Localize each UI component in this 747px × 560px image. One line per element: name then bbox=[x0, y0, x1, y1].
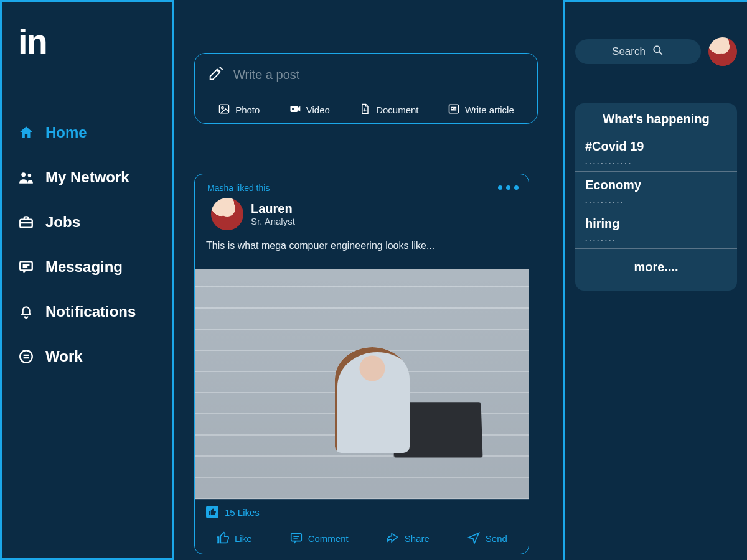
sidebar-item-label: My Network bbox=[45, 169, 129, 186]
svg-point-6 bbox=[222, 107, 223, 109]
feed: Photo Video Document Write article Masha… bbox=[174, 0, 563, 560]
trends-panel: What's happening #Covid 19 ............ … bbox=[575, 103, 737, 291]
post-header: Lauren Sr. Analyst bbox=[195, 198, 529, 236]
post-image[interactable] bbox=[195, 269, 529, 499]
label: Comment bbox=[308, 533, 349, 544]
document-icon bbox=[359, 103, 371, 117]
compose-input-row[interactable] bbox=[195, 54, 537, 96]
compose-document[interactable]: Document bbox=[359, 103, 418, 117]
compose-actions: Photo Video Document Write article bbox=[195, 96, 537, 123]
photo-icon bbox=[218, 103, 230, 117]
sidebar-nav: Home My Network Jobs Messaging Notificat bbox=[18, 124, 156, 365]
trend-sub: ........ bbox=[585, 231, 727, 243]
trend-sub: ............ bbox=[585, 154, 727, 166]
article-icon bbox=[448, 103, 460, 117]
label: Video bbox=[306, 105, 330, 115]
svg-rect-10 bbox=[449, 105, 458, 113]
post-actions: Like Comment Share Send bbox=[195, 525, 529, 554]
network-icon bbox=[18, 169, 34, 185]
sidebar-item-network[interactable]: My Network bbox=[18, 169, 156, 186]
post-author-avatar[interactable] bbox=[211, 198, 243, 230]
compose-box: Photo Video Document Write article bbox=[194, 53, 538, 124]
sidebar-item-messaging[interactable]: Messaging bbox=[18, 258, 156, 276]
current-user-avatar[interactable] bbox=[708, 37, 737, 66]
bell-icon bbox=[18, 304, 34, 320]
home-icon bbox=[18, 124, 34, 141]
right-sidebar: Search What's happening #Covid 19 ......… bbox=[563, 0, 747, 560]
svg-point-12 bbox=[654, 46, 660, 52]
post-likes[interactable]: 15 Likes bbox=[195, 500, 529, 525]
post-author-name: Lauren bbox=[251, 202, 295, 216]
left-sidebar: in Home My Network Jobs Messaging bbox=[0, 0, 174, 560]
post-footer: 15 Likes Like Comment Share Send bbox=[195, 499, 529, 554]
post-text: This is what mega compuer engineering lo… bbox=[195, 236, 529, 269]
sidebar-item-label: Messaging bbox=[45, 258, 123, 276]
label: Photo bbox=[235, 105, 260, 115]
svg-point-0 bbox=[21, 172, 26, 177]
svg-point-1 bbox=[28, 174, 32, 177]
trend-name: #Covid 19 bbox=[585, 139, 727, 154]
sidebar-item-jobs[interactable]: Jobs bbox=[18, 213, 156, 231]
post-liked-by: Masha liked this bbox=[195, 183, 529, 198]
svg-point-4 bbox=[20, 350, 32, 363]
svg-rect-9 bbox=[292, 108, 294, 110]
trend-sub: .......... bbox=[585, 192, 727, 205]
compose-icon bbox=[207, 65, 225, 85]
search-label: Search bbox=[612, 45, 646, 58]
trends-title: What's happening bbox=[575, 103, 737, 133]
compose-input[interactable] bbox=[233, 68, 525, 82]
svg-rect-11 bbox=[291, 534, 301, 541]
post-comment-button[interactable]: Comment bbox=[289, 531, 349, 545]
svg-rect-5 bbox=[220, 105, 229, 113]
label: Like bbox=[235, 533, 252, 544]
trend-item[interactable]: hiring ........ bbox=[575, 210, 737, 249]
post-send-button[interactable]: Send bbox=[467, 531, 507, 545]
trend-name: Economy bbox=[585, 178, 727, 192]
sidebar-item-work[interactable]: Work bbox=[18, 348, 156, 365]
post-like-button[interactable]: Like bbox=[216, 531, 252, 545]
video-icon bbox=[289, 103, 301, 117]
messaging-icon bbox=[18, 259, 34, 275]
search-icon bbox=[652, 44, 664, 60]
compose-video[interactable]: Video bbox=[289, 103, 330, 117]
search-row: Search bbox=[575, 37, 737, 66]
label: Write article bbox=[465, 105, 514, 115]
compose-article[interactable]: Write article bbox=[448, 103, 514, 117]
post-author-title: Sr. Analyst bbox=[251, 216, 295, 226]
svg-rect-3 bbox=[20, 261, 32, 270]
briefcase-icon bbox=[18, 214, 34, 230]
trend-name: hiring bbox=[585, 217, 727, 231]
post-card: Masha liked this Lauren Sr. Analyst This… bbox=[194, 174, 529, 554]
search-input[interactable]: Search bbox=[575, 39, 701, 64]
logo: in bbox=[18, 21, 156, 62]
label: Document bbox=[376, 105, 418, 115]
sidebar-item-label: Home bbox=[45, 124, 87, 141]
post-share-button[interactable]: Share bbox=[386, 531, 430, 545]
trend-item[interactable]: #Covid 19 ............ bbox=[575, 133, 737, 172]
work-icon bbox=[18, 348, 34, 365]
trend-item[interactable]: Economy .......... bbox=[575, 172, 737, 210]
label: Send bbox=[486, 533, 507, 544]
sidebar-item-home[interactable]: Home bbox=[18, 124, 156, 141]
post-author[interactable]: Lauren Sr. Analyst bbox=[251, 202, 295, 226]
label: Share bbox=[405, 533, 430, 544]
sidebar-item-label: Jobs bbox=[45, 213, 80, 231]
trends-more[interactable]: more.... bbox=[575, 249, 737, 287]
sidebar-item-label: Work bbox=[45, 348, 83, 365]
thumb-icon bbox=[206, 506, 218, 518]
sidebar-item-notifications[interactable]: Notifications bbox=[18, 303, 156, 320]
compose-photo[interactable]: Photo bbox=[218, 103, 260, 117]
post-likes-text: 15 Likes bbox=[225, 507, 260, 518]
post-menu-button[interactable] bbox=[498, 185, 519, 190]
sidebar-item-label: Notifications bbox=[45, 303, 136, 320]
